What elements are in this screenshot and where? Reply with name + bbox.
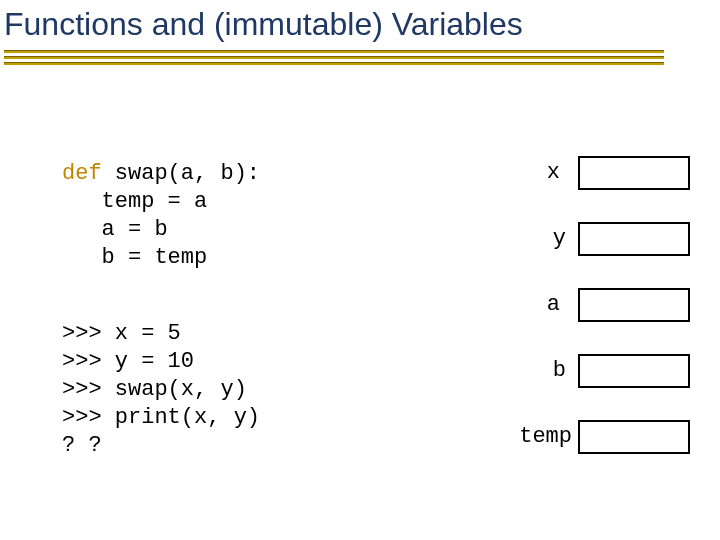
slide: Functions and (immutable) Variables def … [0, 0, 720, 540]
function-signature: swap(a, b): [102, 161, 260, 186]
var-row-temp: temp [430, 420, 690, 460]
keyword-def: def [62, 161, 102, 186]
var-label: temp [492, 424, 572, 449]
var-label: x [480, 160, 560, 185]
title-underline [4, 50, 664, 68]
var-row-x: x [430, 156, 690, 196]
repl-line: >>> swap(x, y) [62, 377, 247, 402]
rule-line [4, 56, 664, 59]
var-label: y [486, 226, 566, 251]
code-block: def swap(a, b): temp = a a = b b = temp [62, 160, 260, 272]
rule-line [4, 62, 664, 65]
var-box [578, 288, 690, 322]
rule-line [4, 50, 664, 53]
repl-line: ? ? [62, 433, 102, 458]
var-label: a [480, 292, 560, 317]
var-box [578, 222, 690, 256]
repl-line: >>> y = 10 [62, 349, 194, 374]
var-row-y: y [430, 222, 690, 262]
variable-diagram: x y a b temp [430, 156, 690, 486]
var-box [578, 156, 690, 190]
code-line: b = temp [62, 245, 207, 270]
var-label: b [486, 358, 566, 383]
code-line: a = b [62, 217, 168, 242]
var-box [578, 354, 690, 388]
repl-block: >>> x = 5 >>> y = 10 >>> swap(x, y) >>> … [62, 320, 260, 460]
repl-line: >>> print(x, y) [62, 405, 260, 430]
var-box [578, 420, 690, 454]
var-row-a: a [430, 288, 690, 328]
repl-line: >>> x = 5 [62, 321, 181, 346]
slide-title: Functions and (immutable) Variables [4, 6, 523, 43]
var-row-b: b [430, 354, 690, 394]
code-line: temp = a [62, 189, 207, 214]
